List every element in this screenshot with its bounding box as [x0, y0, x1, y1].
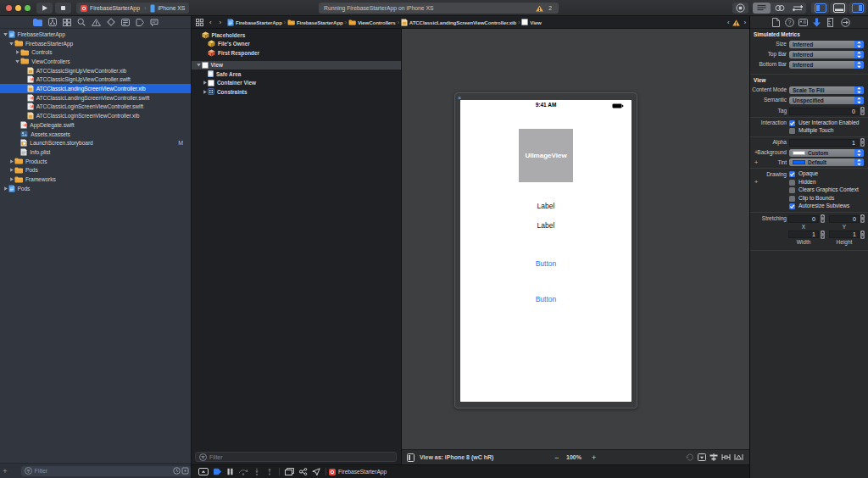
source-control-status-icon[interactable] [181, 467, 189, 475]
navigator-filter-field[interactable]: Filter [21, 466, 191, 476]
warning-triangle-icon[interactable] [536, 5, 543, 12]
history-back-button[interactable]: ‹ [209, 19, 212, 26]
add-variation-button[interactable]: + [754, 178, 759, 186]
breakpoints-flag-button[interactable] [213, 468, 222, 475]
disclosure-open-icon[interactable] [8, 41, 14, 47]
value-field[interactable]: 0 [788, 215, 819, 223]
outline-item[interactable]: Safe Area [192, 69, 401, 79]
standard-editor-button[interactable] [753, 3, 771, 14]
quick-help-inspector-tab[interactable]: ? [783, 16, 795, 29]
outline-item[interactable]: Container View [192, 79, 401, 88]
disclosure-closed-icon[interactable] [8, 176, 14, 182]
disclosure-closed-icon[interactable] [14, 49, 20, 55]
outline-item[interactable]: View [192, 61, 401, 70]
outline-filter-field[interactable]: Filter [195, 452, 397, 462]
history-forward-button[interactable]: › [220, 19, 222, 26]
memory-graph-button[interactable] [298, 468, 308, 475]
uilabel[interactable]: Label [460, 202, 632, 210]
assistant-editor-button[interactable] [771, 3, 788, 14]
tint-popup[interactable]: Default [789, 158, 864, 166]
project-tree-item[interactable]: FirebaseStarterApp [0, 30, 191, 39]
step-out-button[interactable] [265, 468, 274, 475]
project-navigator-tab[interactable] [33, 19, 42, 26]
navigator-panel-toggle[interactable] [811, 3, 829, 14]
checkbox[interactable] [789, 196, 795, 202]
uibutton[interactable]: Button [460, 259, 632, 268]
disclosure-closed-icon[interactable] [202, 80, 208, 86]
connections-inspector-tab[interactable] [840, 16, 852, 29]
top-bar-popup[interactable]: Inferred [789, 51, 864, 58]
project-tree-item[interactable]: AppDelegate.swift [0, 120, 191, 130]
checkbox[interactable] [789, 203, 795, 209]
identity-inspector-tab[interactable] [798, 16, 810, 29]
project-tree-item[interactable]: Products [0, 157, 191, 166]
semantic-popup[interactable]: Unspecified [789, 97, 864, 104]
disclosure-open-icon[interactable] [14, 58, 20, 64]
test-navigator-tab[interactable] [107, 18, 115, 26]
symbol-navigator-tab[interactable] [63, 19, 71, 26]
value-field[interactable]: 0 [789, 108, 859, 115]
step-over-button[interactable] [238, 468, 248, 475]
breakpoint-navigator-tab[interactable] [136, 19, 144, 26]
stepper-control[interactable] [821, 231, 825, 239]
outline-item[interactable]: Placeholders [192, 31, 401, 40]
project-tree-item[interactable]: Controls [0, 47, 191, 57]
view-controller-view[interactable]: 9:41 AM UIImageView Label Label Button B… [460, 100, 632, 402]
update-frames-icon[interactable] [686, 453, 694, 461]
value-field[interactable]: 1 [789, 139, 859, 147]
uiimageview[interactable]: UIImageView [519, 129, 573, 182]
disclosure-closed-icon[interactable] [3, 186, 8, 192]
library-button[interactable] [732, 3, 748, 14]
simulate-location-button[interactable] [312, 468, 320, 475]
file-inspector-tab[interactable] [770, 16, 782, 29]
breadcrumb-item[interactable]: ATCClassicLandingScreenViewController.xi… [401, 19, 516, 26]
resolve-layout-icon[interactable] [734, 453, 743, 461]
project-tree-item[interactable]: Info.plist [0, 147, 191, 157]
traffic-light-minimize[interactable] [15, 5, 21, 11]
project-tree-item[interactable]: Pods [0, 166, 191, 175]
checkbox[interactable] [789, 187, 795, 193]
disclosure-open-icon[interactable] [3, 31, 8, 37]
stepper-control[interactable] [821, 214, 825, 223]
disclosure-open-icon[interactable] [196, 62, 202, 68]
zoom-level[interactable]: 100% [566, 454, 581, 460]
breadcrumb-item[interactable]: FirebaseStarterApp [227, 19, 282, 26]
traffic-light-close[interactable] [6, 5, 12, 11]
size-inspector-tab[interactable] [825, 16, 837, 29]
debug-navigator-tab[interactable] [121, 19, 130, 26]
scheme-selector[interactable]: FirebaseStarterApp › iPhone XS [76, 3, 189, 14]
project-tree-item[interactable]: ATCClassicSignUpViewController.swift [0, 75, 191, 85]
warning-count[interactable]: 2 [548, 5, 552, 11]
breadcrumb-item[interactable]: ViewControllers [348, 19, 396, 25]
project-tree-item[interactable]: ATCClassicLandingScreenViewController.sw… [0, 93, 191, 103]
bottom-bar-popup[interactable]: Inferred [789, 61, 864, 69]
add-item-button[interactable]: + [0, 467, 10, 475]
outline-item[interactable]: File's Owner [192, 40, 401, 49]
view-controller-scene[interactable]: × 9:41 AM UIImageView Label Label Button… [454, 92, 637, 409]
version-editor-button[interactable] [788, 3, 806, 14]
project-tree-item[interactable]: Pods [0, 184, 191, 193]
view-hierarchy-button[interactable] [285, 468, 294, 475]
add-constraints-icon[interactable] [721, 453, 731, 461]
size-popup[interactable]: Inferred [789, 41, 864, 48]
recent-files-icon[interactable] [173, 467, 181, 475]
next-issue-button[interactable]: › [743, 19, 746, 26]
project-tree-item[interactable]: LaunchScreen.storyboardM [0, 138, 191, 147]
content-mode-popup[interactable]: Scale To Fill [789, 86, 864, 94]
running-process[interactable]: FirebaseStarterApp [329, 469, 387, 475]
uilabel[interactable]: Label [460, 221, 632, 230]
find-navigator-tab[interactable] [77, 18, 86, 26]
source-control-navigator-tab[interactable] [48, 18, 57, 26]
zoom-in-button[interactable]: + [592, 453, 596, 462]
project-tree-item[interactable]: ViewControllers [0, 57, 191, 66]
stepper-control[interactable] [860, 214, 865, 223]
breadcrumb-item[interactable]: View [521, 19, 541, 25]
toggle-debug-area-button[interactable] [198, 468, 209, 475]
disclosure-closed-icon[interactable] [8, 167, 14, 173]
stop-button[interactable] [55, 3, 71, 14]
breadcrumb-item[interactable]: FirebaseStarterApp [287, 19, 343, 25]
value-field[interactable]: 0 [829, 215, 860, 223]
issue-navigator-tab[interactable] [92, 19, 101, 26]
stepper-control[interactable] [860, 107, 865, 115]
checkbox[interactable] [789, 171, 795, 177]
